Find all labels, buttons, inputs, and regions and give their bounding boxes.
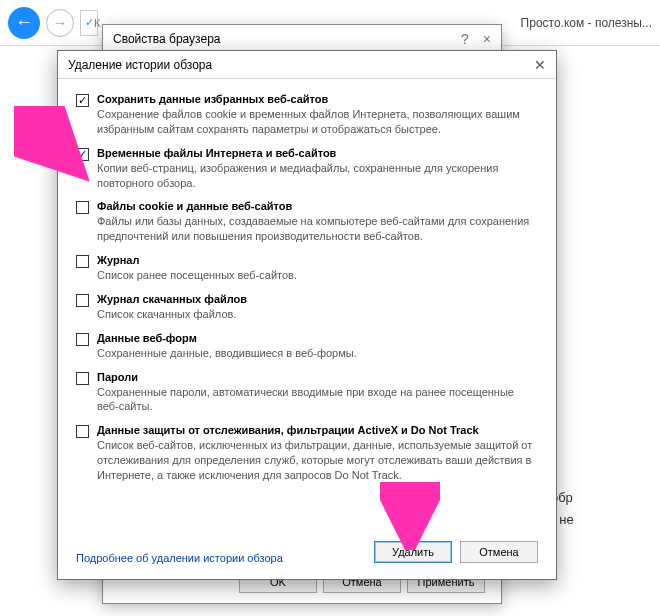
browser-tab-title[interactable]: Просто.ком - полезны... bbox=[521, 16, 652, 30]
option-row-1: Временные файлы Интернета и веб-сайтовКо… bbox=[76, 147, 538, 191]
option-row-0: Сохранить данные избранных веб-сайтовСох… bbox=[76, 93, 538, 137]
option-body: Данные веб-формСохраненные данные, вводи… bbox=[97, 332, 538, 361]
delete-history-dialog: Удаление истории обзора ✕ Сохранить данн… bbox=[57, 50, 557, 580]
address-text: К bbox=[94, 17, 100, 29]
close-icon[interactable]: ✕ bbox=[534, 57, 546, 73]
options-list: Сохранить данные избранных веб-сайтовСох… bbox=[58, 79, 556, 541]
option-title: Данные веб-форм bbox=[97, 332, 538, 344]
option-desc: Копии веб-страниц, изображения и медиафа… bbox=[97, 161, 538, 191]
checkbox[interactable] bbox=[76, 201, 89, 214]
option-desc: Список ранее посещенных веб-сайтов. bbox=[97, 268, 538, 283]
option-title: Пароли bbox=[97, 371, 538, 383]
checkbox[interactable] bbox=[76, 148, 89, 161]
option-body: ЖурналСписок ранее посещенных веб-сайтов… bbox=[97, 254, 538, 283]
checkbox[interactable] bbox=[76, 94, 89, 107]
option-row-4: Журнал скачанных файловСписок скачанных … bbox=[76, 293, 538, 322]
checkbox[interactable] bbox=[76, 425, 89, 438]
dialog-button-row: Удалить Отмена bbox=[374, 541, 556, 579]
option-title: Журнал bbox=[97, 254, 538, 266]
checkbox[interactable] bbox=[76, 333, 89, 346]
delete-button[interactable]: Удалить bbox=[374, 541, 452, 563]
option-row-5: Данные веб-формСохраненные данные, вводи… bbox=[76, 332, 538, 361]
option-title: Данные защиты от отслеживания, фильтраци… bbox=[97, 424, 538, 436]
arrow-right-icon: → bbox=[53, 15, 67, 31]
nav-back-button[interactable]: ← bbox=[8, 7, 40, 39]
option-desc: Файлы или базы данных, создаваемые на ко… bbox=[97, 214, 538, 244]
cancel-button[interactable]: Отмена bbox=[460, 541, 538, 563]
parent-titlebar[interactable]: Свойства браузера ? × bbox=[103, 25, 501, 53]
option-row-7: Данные защиты от отслеживания, фильтраци… bbox=[76, 424, 538, 483]
checkbox[interactable] bbox=[76, 372, 89, 385]
address-bar-fragment[interactable]: ✓ К bbox=[80, 10, 98, 36]
nav-forward-button[interactable]: → bbox=[46, 9, 74, 37]
option-row-2: Файлы cookie и данные веб-сайтовФайлы ил… bbox=[76, 200, 538, 244]
option-title: Временные файлы Интернета и веб-сайтов bbox=[97, 147, 538, 159]
option-desc: Сохранение файлов cookie и временных фай… bbox=[97, 107, 538, 137]
help-icon[interactable]: ? bbox=[461, 31, 469, 47]
option-title: Файлы cookie и данные веб-сайтов bbox=[97, 200, 538, 212]
option-desc: Список веб-сайтов, исключенных из фильтр… bbox=[97, 438, 538, 483]
option-row-3: ЖурналСписок ранее посещенных веб-сайтов… bbox=[76, 254, 538, 283]
option-desc: Сохраненные данные, вводившиеся в веб-фо… bbox=[97, 346, 538, 361]
option-desc: Сохраненные пароли, автоматически вводим… bbox=[97, 385, 538, 415]
option-body: Журнал скачанных файловСписок скачанных … bbox=[97, 293, 538, 322]
option-body: Сохранить данные избранных веб-сайтовСох… bbox=[97, 93, 538, 137]
option-desc: Список скачанных файлов. bbox=[97, 307, 538, 322]
option-row-6: ПаролиСохраненные пароли, автоматически … bbox=[76, 371, 538, 415]
option-title: Сохранить данные избранных веб-сайтов bbox=[97, 93, 538, 105]
close-icon[interactable]: × bbox=[483, 31, 491, 47]
dialog-title: Удаление истории обзора bbox=[68, 58, 212, 72]
dialog-titlebar[interactable]: Удаление истории обзора ✕ bbox=[58, 51, 556, 79]
option-body: Файлы cookie и данные веб-сайтовФайлы ил… bbox=[97, 200, 538, 244]
option-body: ПаролиСохраненные пароли, автоматически … bbox=[97, 371, 538, 415]
option-body: Данные защиты от отслеживания, фильтраци… bbox=[97, 424, 538, 483]
arrow-left-icon: ← bbox=[15, 12, 33, 33]
checkmark-icon: ✓ bbox=[85, 16, 94, 29]
checkbox[interactable] bbox=[76, 294, 89, 307]
learn-more-link[interactable]: Подробнее об удалении истории обзора bbox=[58, 546, 301, 574]
checkbox[interactable] bbox=[76, 255, 89, 268]
parent-title: Свойства браузера bbox=[113, 32, 221, 46]
option-body: Временные файлы Интернета и веб-сайтовКо… bbox=[97, 147, 538, 191]
option-title: Журнал скачанных файлов bbox=[97, 293, 538, 305]
